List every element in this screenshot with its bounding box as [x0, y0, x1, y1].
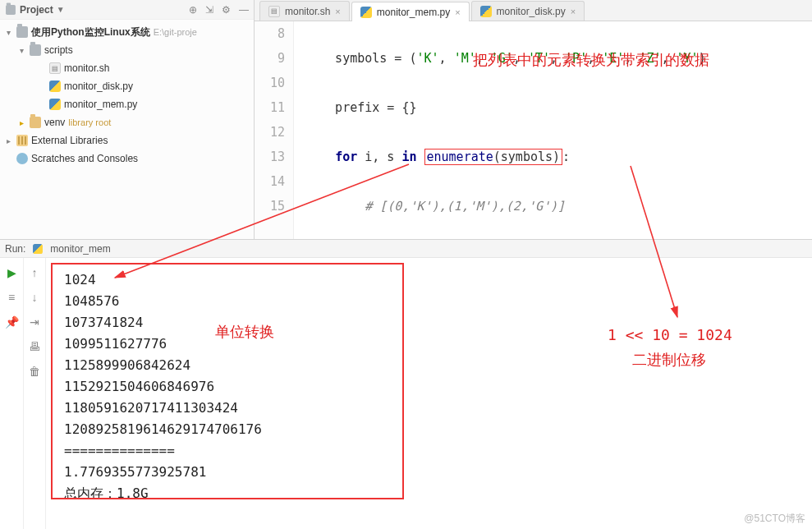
tab-monitor-mem[interactable]: monitor_mem.py ×: [351, 2, 470, 21]
line-gutter: 89101112131415: [255, 21, 294, 239]
python-file-icon: [360, 7, 372, 18]
tree-file-monitor-mem[interactable]: monitor_mem.py: [0, 95, 254, 113]
stack-icon[interactable]: ≡: [8, 291, 15, 304]
print-icon[interactable]: 🖶: [29, 340, 40, 353]
up-icon[interactable]: ↑: [32, 266, 38, 279]
tab-label: monitor_disk.py: [497, 6, 566, 17]
tree-folder-scripts[interactable]: ▾ scripts: [0, 41, 254, 59]
folder-icon: [16, 26, 28, 38]
locate-icon[interactable]: ⊕: [189, 4, 197, 16]
gear-icon[interactable]: ⚙: [222, 4, 231, 16]
project-title[interactable]: Project: [20, 4, 53, 16]
python-file-icon: [49, 80, 61, 92]
python-file-icon: [33, 244, 43, 254]
run-icon[interactable]: ▶: [7, 266, 16, 279]
library-icon: [16, 135, 28, 146]
tab-monitor-disk[interactable]: monitor_disk.py ×: [471, 1, 585, 21]
python-file-icon: [49, 99, 61, 110]
scratch-label: Scratches and Consoles: [31, 153, 138, 164]
console-line: 1048576: [64, 291, 804, 312]
chevron-right-icon[interactable]: ▸: [3, 136, 13, 145]
console-line: ==============: [64, 440, 804, 462]
down-icon[interactable]: ↓: [32, 291, 38, 304]
console-line: 1152921504606846976: [64, 376, 804, 398]
wrap-icon[interactable]: ⇥: [30, 315, 39, 329]
python-file-icon: [480, 6, 492, 17]
folder-icon: [30, 44, 41, 56]
console-line: 1099511627776: [64, 334, 804, 355]
collapse-icon[interactable]: ⇲: [205, 4, 213, 16]
trash-icon[interactable]: 🗑: [29, 365, 40, 378]
project-sidebar: Project ▼ ⊕ ⇲ ⚙ — ▾ 使用Python监控Linux系统 E:…: [0, 0, 255, 239]
tree-scratches[interactable]: Scratches and Consoles: [0, 150, 254, 168]
close-icon[interactable]: ×: [455, 7, 460, 17]
venv-label: venv: [44, 117, 65, 128]
chevron-down-icon[interactable]: ▾: [3, 28, 13, 37]
console-output[interactable]: 1024 1048576 1073741824 1099511627776 11…: [46, 258, 812, 529]
file-label: monitor.sh: [64, 62, 109, 74]
editor-pane: ▤ monitor.sh × monitor_mem.py × monitor_…: [255, 0, 812, 239]
scratch-icon: [16, 153, 28, 164]
console-line: 1.7769355773925781: [64, 462, 804, 483]
watermark: @51CTO博客: [744, 512, 805, 526]
sh-file-icon: ▤: [268, 6, 280, 17]
console-line: 1073741824: [64, 312, 804, 334]
venv-hint: library root: [68, 117, 111, 127]
root-label: 使用Python监控Linux系统: [31, 25, 150, 39]
console-toolbar: ↑ ↓ ⇥ 🖶 🗑: [23, 258, 46, 529]
tree-external-libraries[interactable]: ▸ External Libraries: [0, 131, 254, 150]
root-path-hint: E:\git-proje: [154, 27, 197, 37]
console-line: 1125899906842624: [64, 355, 804, 376]
console-line: 1208925819614629174706176: [64, 419, 804, 440]
file-label: monitor_mem.py: [64, 99, 137, 110]
tab-monitor-sh[interactable]: ▤ monitor.sh ×: [259, 1, 350, 21]
file-label: monitor_disk.py: [64, 80, 133, 92]
hide-icon[interactable]: —: [239, 4, 249, 16]
console-line: 总内存：1.8G: [64, 483, 804, 504]
project-dropdown-icon[interactable]: ▼: [57, 5, 65, 14]
chevron-down-icon[interactable]: ▾: [16, 46, 26, 55]
code-editor[interactable]: 89101112131415 symbols = ('K', 'M', 'G',…: [255, 21, 812, 239]
project-tree: ▾ 使用Python监控Linux系统 E:\git-proje ▾ scrip…: [0, 20, 254, 171]
project-view-icon[interactable]: [6, 5, 16, 15]
tree-file-monitor-sh[interactable]: ▤ monitor.sh: [0, 59, 254, 77]
run-header: Run: monitor_mem: [0, 240, 812, 258]
close-icon[interactable]: ×: [335, 7, 340, 16]
code-content[interactable]: symbols = ('K', 'M', 'G', 'T', 'P', 'E',…: [294, 21, 706, 239]
console-line: 1180591620717411303424: [64, 398, 804, 419]
sh-file-icon: ▤: [49, 62, 61, 74]
scripts-label: scripts: [44, 44, 73, 56]
folder-icon: [30, 117, 41, 128]
sidebar-toolbar: Project ▼ ⊕ ⇲ ⚙ —: [0, 0, 254, 20]
close-icon[interactable]: ×: [571, 7, 576, 16]
ext-lib-label: External Libraries: [31, 135, 108, 146]
console-line: 1024: [64, 269, 804, 291]
tab-label: monitor_mem.py: [377, 7, 450, 18]
editor-tabs: ▤ monitor.sh × monitor_mem.py × monitor_…: [255, 0, 812, 21]
tab-label: monitor.sh: [285, 6, 330, 17]
run-label: Run:: [5, 243, 25, 255]
run-config-name: monitor_mem: [50, 243, 110, 255]
code-comment: # [(0,'K'),(1,'M'),(2,'G')]: [365, 199, 565, 214]
pin-icon[interactable]: 📌: [5, 315, 19, 329]
chevron-right-icon[interactable]: ▸: [16, 118, 26, 127]
tree-root[interactable]: ▾ 使用Python监控Linux系统 E:\git-proje: [0, 23, 254, 41]
run-action-toolbar: ▶ ≡ 📌: [0, 258, 23, 529]
run-tool-window: Run: monitor_mem ▶ ≡ 📌 ↑ ↓ ⇥ 🖶 🗑 1024 10…: [0, 240, 812, 529]
tree-file-monitor-disk[interactable]: monitor_disk.py: [0, 77, 254, 95]
tree-folder-venv[interactable]: ▸ venv library root: [0, 113, 254, 131]
